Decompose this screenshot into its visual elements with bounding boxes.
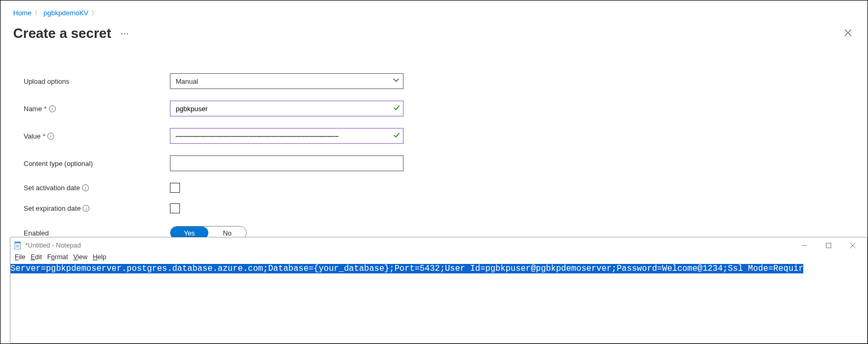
content-type-label: Content type (optional) bbox=[24, 160, 170, 168]
minimize-button[interactable] bbox=[792, 238, 816, 253]
close-button[interactable] bbox=[841, 238, 865, 253]
name-label: Name bbox=[24, 105, 42, 113]
info-icon[interactable]: i bbox=[83, 205, 89, 212]
breadcrumb: Home 〉 pgbkpdemoKV 〉 bbox=[13, 9, 855, 17]
required-indicator: * bbox=[44, 105, 47, 113]
activation-date-checkbox[interactable] bbox=[170, 183, 180, 193]
expiration-date-label: Set expiration date bbox=[24, 204, 80, 212]
notepad-menubar: File Edit Format View Help bbox=[11, 253, 867, 264]
notepad-window: *Untitled - Notepad File Edit Format Vie… bbox=[10, 237, 867, 343]
chevron-down-icon bbox=[393, 77, 399, 85]
notepad-titlebar[interactable]: *Untitled - Notepad bbox=[11, 238, 867, 253]
upload-options-label: Upload options bbox=[24, 77, 170, 85]
expiration-date-checkbox[interactable] bbox=[170, 203, 180, 213]
breadcrumb-keyvault[interactable]: pgbkpdemoKV bbox=[44, 9, 88, 17]
menu-format[interactable]: Format bbox=[45, 253, 70, 263]
close-icon bbox=[844, 29, 852, 36]
checkmark-icon bbox=[393, 132, 400, 141]
value-label: Value bbox=[24, 132, 41, 140]
breadcrumb-home[interactable]: Home bbox=[13, 9, 32, 17]
svg-rect-6 bbox=[826, 243, 831, 248]
enabled-label: Enabled bbox=[24, 229, 170, 237]
close-icon bbox=[850, 243, 855, 248]
page-title: Create a secret bbox=[13, 25, 111, 42]
menu-edit[interactable]: Edit bbox=[28, 253, 44, 263]
info-icon[interactable]: i bbox=[49, 105, 56, 112]
notepad-title: *Untitled - Notepad bbox=[25, 242, 81, 249]
menu-file[interactable]: File bbox=[13, 253, 27, 263]
required-indicator: * bbox=[43, 132, 45, 140]
chevron-right-icon: 〉 bbox=[35, 9, 41, 17]
notepad-text-area[interactable]: Server=pgbkpdemoserver.postgres.database… bbox=[11, 264, 867, 343]
checkmark-icon bbox=[393, 104, 400, 113]
activation-date-label: Set activation date bbox=[24, 184, 80, 192]
upload-options-value: Manual bbox=[176, 77, 198, 85]
upload-options-dropdown[interactable]: Manual bbox=[170, 73, 403, 89]
close-button[interactable] bbox=[841, 26, 855, 41]
content-type-input[interactable] bbox=[170, 155, 403, 171]
info-icon[interactable]: i bbox=[82, 184, 89, 191]
minimize-icon bbox=[802, 243, 807, 248]
name-input[interactable] bbox=[170, 101, 403, 116]
info-icon[interactable]: i bbox=[47, 133, 54, 140]
notepad-selected-text: Server=pgbkpdemoserver.postgres.database… bbox=[11, 264, 803, 273]
more-actions-button[interactable]: ⋯ bbox=[120, 28, 129, 38]
maximize-icon bbox=[826, 243, 831, 248]
chevron-right-icon: 〉 bbox=[92, 9, 97, 17]
svg-rect-1 bbox=[15, 242, 21, 243]
maximize-button[interactable] bbox=[816, 238, 841, 253]
notepad-icon bbox=[14, 241, 22, 250]
menu-view[interactable]: View bbox=[71, 253, 89, 263]
value-input[interactable] bbox=[170, 128, 403, 144]
menu-help[interactable]: Help bbox=[90, 253, 108, 263]
